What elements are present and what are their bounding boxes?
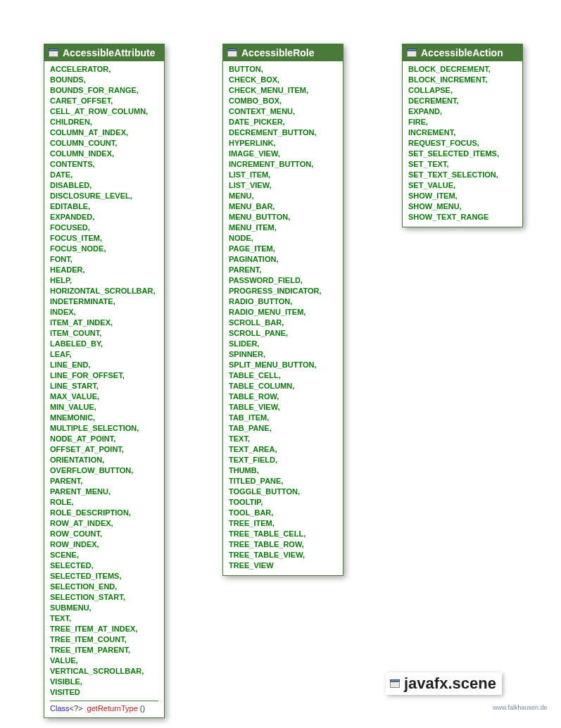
enum-item: MENU_ITEM, xyxy=(229,222,337,233)
enum-item: SCROLL_PANE, xyxy=(229,328,337,339)
enum-item: TEXT, xyxy=(50,613,158,624)
enum-item: TEXT_FIELD, xyxy=(229,455,337,465)
enum-item: TABLE_VIEW, xyxy=(229,402,337,413)
enum-list-attribute: ACCELERATOR,BOUNDS,BOUNDS_FOR_RANGE,CARE… xyxy=(50,64,158,698)
enum-item: INCREMENT_BUTTON, xyxy=(229,159,337,170)
panel-body-attribute: ACCELERATOR,BOUNDS,BOUNDS_FOR_RANGE,CARE… xyxy=(44,61,164,717)
window-icon xyxy=(407,49,417,57)
enum-item: ROW_AT_INDEX, xyxy=(50,518,158,529)
enum-item: SELECTED_ITEMS, xyxy=(50,571,158,582)
enum-item: SLIDER, xyxy=(229,339,337,349)
enum-item: MENU_BAR, xyxy=(229,201,337,212)
enum-item: SCROLL_BAR, xyxy=(229,318,337,328)
panel-title: AccessibleRole xyxy=(241,47,315,58)
enum-item: TAB_PANE, xyxy=(229,423,337,434)
enum-item: NODE_AT_POINT, xyxy=(50,434,158,444)
enum-item: TREE_TABLE_ROW, xyxy=(229,539,337,550)
method-generic: <?> xyxy=(70,704,83,713)
enum-item: RADIO_MENU_ITEM, xyxy=(229,307,337,318)
enum-item: SET_TEXT, xyxy=(408,159,517,170)
enum-item: MULTIPLE_SELECTION, xyxy=(50,423,158,434)
panel-header-action: AccessibleAction xyxy=(403,44,522,61)
enum-item: LIST_ITEM, xyxy=(229,170,337,180)
panel-body-role: BUTTON,CHECK_BOX,CHECK_MENU_ITEM,COMBO_B… xyxy=(223,61,343,575)
enum-item: EDITABLE, xyxy=(50,201,158,212)
enum-item: TITLED_PANE, xyxy=(229,476,337,487)
enum-item: BOUNDS, xyxy=(50,75,158,85)
enum-item: TREE_TABLE_VIEW, xyxy=(229,550,337,560)
enum-item: PAGE_ITEM, xyxy=(229,244,337,254)
enum-item: EXPANDED, xyxy=(50,212,158,222)
enum-item: PASSWORD_FIELD, xyxy=(229,275,337,286)
enum-item: LINE_END, xyxy=(50,360,158,370)
enum-item: THUMB, xyxy=(229,465,337,476)
enum-item: SUBMENU, xyxy=(50,603,158,613)
enum-item: HYPERLINK, xyxy=(229,138,337,149)
enum-list-action: BLOCK_DECREMENT,BLOCK_INCREMENT,COLLAPSE… xyxy=(408,64,517,222)
enum-item: CHECK_BOX, xyxy=(229,75,337,85)
enum-item: LIST_VIEW, xyxy=(229,180,337,191)
enum-item: INDEX, xyxy=(50,307,158,318)
enum-item: CARET_OFFSET, xyxy=(50,96,158,106)
enum-item: VERTICAL_SCROLLBAR, xyxy=(50,666,158,677)
enum-item: EXPAND, xyxy=(408,106,517,117)
enum-item: PARENT_MENU, xyxy=(50,487,158,497)
enum-item: CONTENTS, xyxy=(50,159,158,170)
enum-item: BOUNDS_FOR_RANGE, xyxy=(50,85,158,96)
panel-title: AccessibleAction xyxy=(421,47,503,58)
panel-accessible-role: AccessibleRole BUTTON,CHECK_BOX,CHECK_ME… xyxy=(222,44,343,576)
enum-item: COLUMN_INDEX, xyxy=(50,149,158,159)
panel-accessible-attribute: AccessibleAttribute ACCELERATOR,BOUNDS,B… xyxy=(44,44,165,718)
enum-item: SELECTION_START, xyxy=(50,592,158,603)
panel-title: AccessibleAttribute xyxy=(63,47,155,58)
enum-item: TEXT, xyxy=(229,434,337,444)
enum-item: PARENT, xyxy=(229,265,337,275)
watermark: www.falkhausen.de xyxy=(493,704,548,711)
enum-item: TOOL_BAR, xyxy=(229,508,337,518)
enum-item: REQUEST_FOCUS, xyxy=(408,138,517,149)
enum-item: DISCLOSURE_LEVEL, xyxy=(50,191,158,201)
enum-item: SHOW_ITEM, xyxy=(408,191,517,201)
package-name: javafx.scene xyxy=(404,674,496,693)
enum-item: ROLE, xyxy=(50,497,158,508)
enum-item: NODE, xyxy=(229,233,337,244)
enum-item: MENU, xyxy=(229,191,337,201)
enum-item: COLLAPSE, xyxy=(408,85,517,96)
enum-item: VALUE, xyxy=(50,655,158,666)
enum-item: BLOCK_DECREMENT, xyxy=(408,64,517,75)
enum-item: SET_SELECTED_ITEMS, xyxy=(408,149,517,159)
enum-item: SHOW_MENU, xyxy=(408,201,517,212)
enum-item: TAB_ITEM, xyxy=(229,413,337,423)
enum-item: DATE_PICKER, xyxy=(229,117,337,127)
enum-item: FIRE, xyxy=(408,117,517,127)
enum-item: TEXT_AREA, xyxy=(229,444,337,455)
enum-item: MENU_BUTTON, xyxy=(229,212,337,222)
enum-item: FOCUS_NODE, xyxy=(50,244,158,254)
enum-item: TREE_ITEM, xyxy=(229,518,337,529)
enum-item: TABLE_ROW, xyxy=(229,391,337,402)
enum-item: COMBO_BOX, xyxy=(229,96,337,106)
panel-body-action: BLOCK_DECREMENT,BLOCK_INCREMENT,COLLAPSE… xyxy=(403,61,522,227)
enum-list-role: BUTTON,CHECK_BOX,CHECK_MENU_ITEM,COMBO_B… xyxy=(229,64,337,571)
panel-accessible-action: AccessibleAction BLOCK_DECREMENT,BLOCK_I… xyxy=(402,44,523,227)
enum-item: VISIBLE, xyxy=(50,677,158,687)
enum-item: INCREMENT, xyxy=(408,127,517,138)
enum-item: BLOCK_INCREMENT, xyxy=(408,75,517,85)
enum-item: TREE_ITEM_AT_INDEX, xyxy=(50,624,158,634)
enum-item: MAX_VALUE, xyxy=(50,391,158,402)
enum-item: MNEMONIC, xyxy=(50,413,158,423)
window-icon xyxy=(227,49,237,57)
enum-item: SHOW_TEXT_RANGE xyxy=(408,212,517,222)
package-badge: javafx.scene xyxy=(386,672,502,695)
enum-item: HEADER, xyxy=(50,265,158,275)
enum-item: MIN_VALUE, xyxy=(50,402,158,413)
enum-item: CHECK_MENU_ITEM, xyxy=(229,85,337,96)
enum-item: OVERFLOW_BUTTON, xyxy=(50,465,158,476)
enum-item: CONTEXT_MENU, xyxy=(229,106,337,117)
enum-item: SET_TEXT_SELECTION, xyxy=(408,170,517,180)
enum-item: VISITED xyxy=(50,687,158,698)
enum-item: TABLE_COLUMN, xyxy=(229,381,337,391)
window-icon xyxy=(49,49,58,57)
enum-item: ITEM_COUNT, xyxy=(50,328,158,339)
enum-item: ROW_INDEX, xyxy=(50,539,158,550)
